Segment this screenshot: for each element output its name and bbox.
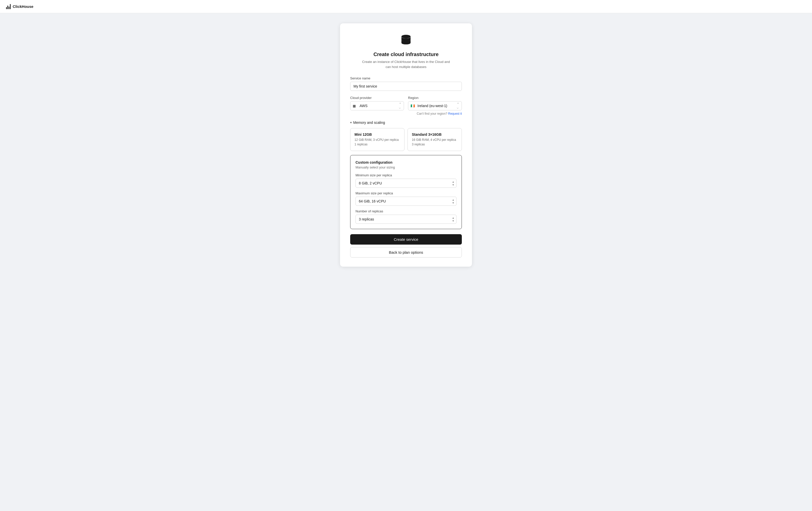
- svg-point-1: [401, 41, 411, 44]
- create-service-button[interactable]: Create service: [350, 234, 462, 245]
- logo-area: ClickHouse: [6, 4, 33, 9]
- replicas-field: Number of replicas 1 replica 2 replicas …: [355, 209, 457, 224]
- database-icon: [399, 33, 413, 48]
- request-region-link[interactable]: Request it: [448, 112, 462, 115]
- mini-plan-title: Mini 12GB: [354, 132, 400, 137]
- min-size-stepper: 8 GiB, 2 vCPU 16 GiB, 4 vCPU 32 GiB, 8 v…: [355, 179, 457, 188]
- section-chevron-icon: ▾: [350, 121, 352, 124]
- service-name-input[interactable]: [350, 82, 462, 91]
- region-select[interactable]: Ireland (eu-west-1) US East (us-east-1) …: [408, 101, 462, 110]
- plan-cards: Mini 12GB 12 GiB RAM, 3 vCPU per replica…: [350, 128, 462, 151]
- max-size-select[interactable]: 64 GiB, 16 vCPU 32 GiB, 8 vCPU 128 GiB, …: [355, 197, 457, 206]
- region-group: Region 🇮🇪 Ireland (eu-west-1) US East (u…: [408, 96, 462, 115]
- region-label: Region: [408, 96, 462, 100]
- min-size-select[interactable]: 8 GiB, 2 vCPU 16 GiB, 4 vCPU 32 GiB, 8 v…: [355, 179, 457, 188]
- logo-icon: [6, 4, 11, 9]
- logo-name: ClickHouse: [13, 4, 33, 9]
- cloud-provider-select-wrapper: ▦ AWS GCP Azure ⌃⌵: [350, 101, 404, 110]
- page-subtitle: Create an instance of ClickHouse that li…: [362, 59, 450, 69]
- mini-plan-desc: 12 GiB RAM, 3 vCPU per replica 1 replica…: [354, 138, 400, 147]
- standard-plan-desc: 16 GiB RAM, 4 vCPU per replica 3 replica…: [412, 138, 458, 147]
- custom-config-box: Custom configuration Manually select you…: [350, 155, 462, 229]
- back-to-plan-options-button[interactable]: Back to plan options: [350, 247, 462, 258]
- max-size-label: Maximum size per replica: [355, 191, 457, 195]
- replicas-label: Number of replicas: [355, 209, 457, 213]
- custom-config-title: Custom configuration: [355, 160, 457, 164]
- page-content: Create cloud infrastructure Create an in…: [0, 13, 812, 511]
- region-hint: Can't find your region? Request it: [408, 112, 462, 115]
- replicas-select[interactable]: 1 replica 2 replicas 3 replicas: [355, 215, 457, 224]
- standard-plan-title: Standard 3×16GB: [412, 132, 458, 137]
- min-size-label: Minimum size per replica: [355, 173, 457, 177]
- max-size-stepper: 64 GiB, 16 vCPU 32 GiB, 8 vCPU 128 GiB, …: [355, 197, 457, 206]
- standard-plan-card[interactable]: Standard 3×16GB 16 GiB RAM, 4 vCPU per r…: [408, 128, 462, 151]
- card-header: Create cloud infrastructure Create an in…: [350, 33, 462, 69]
- min-size-field: Minimum size per replica 8 GiB, 2 vCPU 1…: [355, 173, 457, 188]
- cloud-provider-select[interactable]: AWS GCP Azure: [350, 101, 404, 110]
- service-name-label: Service name: [350, 77, 462, 80]
- replicas-stepper: 1 replica 2 replicas 3 replicas ▲ ▼: [355, 215, 457, 224]
- topbar: ClickHouse: [0, 0, 812, 13]
- create-service-card: Create cloud infrastructure Create an in…: [340, 23, 472, 267]
- cloud-provider-label: Cloud provider: [350, 96, 404, 100]
- service-name-group: Service name: [350, 77, 462, 91]
- page-title: Create cloud infrastructure: [374, 52, 439, 57]
- mini-plan-card[interactable]: Mini 12GB 12 GiB RAM, 3 vCPU per replica…: [350, 128, 404, 151]
- svg-point-0: [401, 35, 411, 38]
- custom-config-subtitle: Manually select your sizing: [355, 166, 457, 169]
- cloud-provider-group: Cloud provider ▦ AWS GCP Azure ⌃⌵: [350, 96, 404, 115]
- region-select-wrapper: 🇮🇪 Ireland (eu-west-1) US East (us-east-…: [408, 101, 462, 110]
- memory-scaling-toggle[interactable]: ▾ Memory and scaling: [350, 121, 462, 125]
- max-size-field: Maximum size per replica 64 GiB, 16 vCPU…: [355, 191, 457, 206]
- provider-region-row: Cloud provider ▦ AWS GCP Azure ⌃⌵ Region…: [350, 96, 462, 115]
